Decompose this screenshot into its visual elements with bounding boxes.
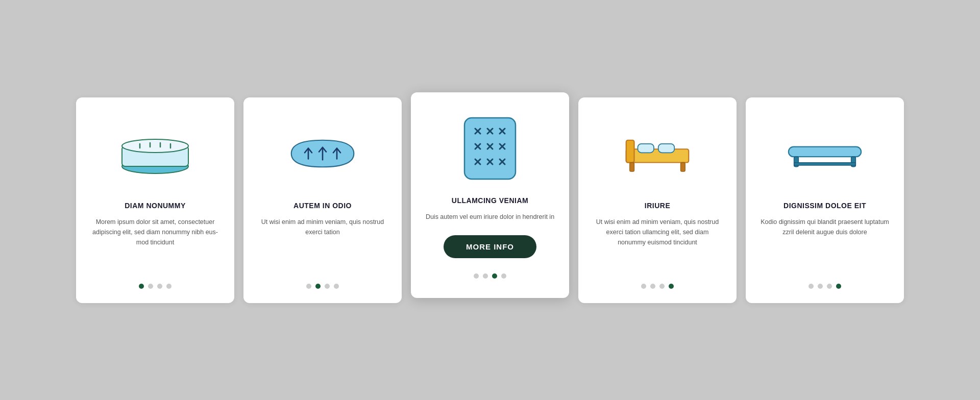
card-diam-nonummy: DIAM NONUMMY Morem ipsum dolor sit amet,… [76,97,234,303]
card-5-text: Kodio dignissim qui blandit praesent lup… [760,217,890,268]
pillow-icon [287,118,358,189]
card-4-title: IRIURE [645,202,670,210]
more-info-button[interactable]: MORE INFO [444,235,536,258]
grid-mattress-icon [462,113,518,184]
svg-rect-38 [794,162,856,165]
card-3-title: ULLAMCING VENIAM [452,196,528,205]
card-2-text: Ut wisi enim ad minim veniam, quis nostr… [258,217,387,268]
dot [641,284,646,289]
card-5-dots [808,279,841,289]
dot [474,273,479,279]
card-2-title: AUTEM IN ODIO [293,202,352,210]
dot [334,284,339,289]
svg-point-2 [122,139,188,153]
dot [325,284,330,289]
card-1-dots [139,279,172,289]
dot [808,284,814,289]
bed-icon [622,118,693,189]
card-4-dots [641,279,674,289]
svg-rect-35 [789,146,861,157]
card-4-text: Ut wisi enim ad minim veniam, quis nostr… [593,217,722,268]
dot [492,273,497,279]
dot [139,284,144,289]
dot [157,284,162,289]
dot [659,284,665,289]
svg-rect-31 [638,143,654,153]
dot [148,284,153,289]
svg-rect-10 [464,118,516,179]
card-1-text: Morem ipsum dolor sit amet, consectetuer… [90,217,220,268]
dot [315,284,321,289]
dot [483,273,488,279]
svg-rect-34 [681,162,685,171]
dot [669,284,674,289]
card-1-title: DIAM NONUMMY [125,202,186,210]
dot [836,284,841,289]
svg-rect-32 [658,143,675,153]
bench-icon [784,118,866,189]
card-autem-in-odio: AUTEM IN ODIO Ut wisi enim ad minim veni… [243,97,402,303]
dot [827,284,832,289]
dot [166,284,172,289]
dot [818,284,823,289]
dot [501,273,506,279]
mattress-icon [119,118,191,189]
card-3-text: Duis autem vel eum iriure dolor in hendr… [426,212,554,222]
card-ullamcing-veniam: ULLAMCING VENIAM Duis autem vel eum iriu… [411,92,569,298]
cards-container: DIAM NONUMMY Morem ipsum dolor sit amet,… [45,77,935,323]
svg-rect-33 [630,162,634,171]
svg-rect-30 [626,140,634,162]
svg-rect-29 [626,149,689,162]
dot [306,284,311,289]
dot [650,284,655,289]
card-2-dots [306,279,339,289]
card-iriure: IRIURE Ut wisi enim ad minim veniam, qui… [578,97,737,303]
card-3-dots [474,268,506,279]
card-5-title: DIGNISSIM DOLOE EIT [783,202,866,210]
card-dignissim: DIGNISSIM DOLOE EIT Kodio dignissim qui … [746,97,904,303]
